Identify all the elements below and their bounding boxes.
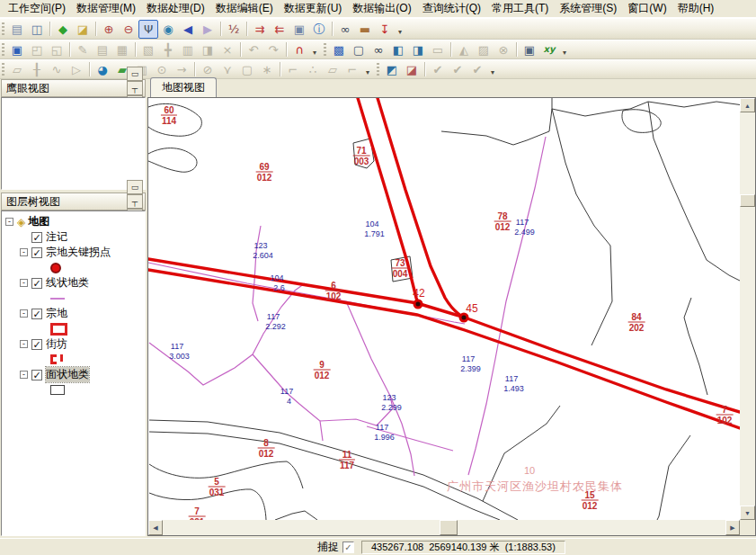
measure-button[interactable]: ▬ (355, 20, 375, 39)
expand-collapse-icon[interactable]: - (5, 218, 13, 226)
toolbar-overflow-button[interactable]: ▾ (559, 40, 570, 58)
toolbar-overflow-button[interactable]: ▾ (395, 20, 405, 38)
menu-data-edit[interactable]: 数据编辑(E) (210, 0, 279, 18)
image-display-button[interactable]: ◪ (73, 20, 93, 39)
layer-label-area-landuse[interactable]: 面状地类 (46, 367, 89, 382)
coordinate-xy-button[interactable]: xy (539, 40, 559, 59)
parcel-label: 7021 (189, 506, 206, 521)
dots-icon: ∴ (309, 64, 316, 76)
toolbar-grip[interactable] (2, 22, 4, 36)
toolbar-overflow-button[interactable]: ▾ (362, 60, 373, 78)
query-find-icon: ∞ (374, 44, 384, 56)
float-button[interactable]: ▭ (127, 67, 143, 81)
new-map-button[interactable]: ▤ (7, 20, 27, 39)
copy-window-button[interactable]: ▣ (289, 20, 309, 39)
menu-data-output[interactable]: 数据输出(O) (347, 0, 416, 18)
scroll-left-button[interactable]: ◀ (148, 520, 163, 535)
snap-magnet-button[interactable]: ∩ (289, 40, 309, 59)
info-button[interactable]: ⓘ (309, 20, 329, 39)
snap-checkbox[interactable]: ✓ (342, 542, 354, 553)
zoom-out-button[interactable]: ⊖ (119, 20, 138, 39)
menu-help[interactable]: 帮助(H) (672, 0, 720, 18)
update-forward-button[interactable]: ⇉ (250, 20, 270, 39)
expand-collapse-icon[interactable]: - (20, 340, 28, 348)
polyline-tool-icon: ∿ (52, 64, 62, 76)
tab-map-view[interactable]: 地图视图 (150, 77, 217, 98)
menu-data-manage[interactable]: 数据管理(M) (71, 0, 141, 18)
horizontal-scrollbar[interactable]: ◀ ▶ (148, 520, 740, 535)
layer-control-button[interactable]: ▩ (329, 40, 349, 59)
layer-tree-root-label[interactable]: 地图 (28, 214, 49, 229)
area-landuse-checkbox[interactable]: ✓ (31, 370, 42, 380)
back-view-button[interactable]: ◀ (178, 20, 198, 39)
toolbar-grip[interactable] (2, 63, 4, 76)
linear-landuse-checkbox[interactable]: ✓ (31, 278, 42, 289)
branch-button: ⋎ (218, 60, 237, 79)
menu-query-stats[interactable]: 查询统计(Q) (417, 0, 486, 18)
expand-collapse-icon[interactable]: - (20, 309, 28, 318)
scroll-down-button[interactable]: ▼ (740, 506, 755, 520)
layer-label-annotation[interactable]: 注记 (46, 229, 67, 245)
forward-view-button[interactable]: ▶ (198, 20, 218, 39)
zoom-select-left-button[interactable]: ◧ (388, 40, 408, 59)
block-checkbox[interactable]: ✓ (31, 339, 42, 350)
parcel-label: 78012 (494, 211, 511, 232)
annotation-checkbox[interactable]: ✓ (31, 232, 42, 243)
save-button[interactable]: ▣ (7, 40, 27, 59)
expand-collapse-icon[interactable]: - (20, 371, 28, 379)
vertical-scroll-thumb[interactable] (740, 194, 755, 207)
pan-button[interactable]: Ψ (138, 20, 158, 39)
pie-stat-button[interactable]: ◕ (93, 60, 112, 79)
layer-label-linear-landuse[interactable]: 线状地类 (46, 275, 89, 291)
scale-display-button[interactable]: ½ (224, 20, 244, 39)
export-map-button[interactable]: ◫ (27, 20, 47, 39)
toolbar-overflow-button[interactable]: ▾ (487, 60, 498, 78)
layer-label-parcel[interactable]: 宗地 (46, 306, 67, 321)
map-canvas[interactable]: 6011469012710037801273004610290128420280… (148, 98, 740, 520)
measure-label: 1232.299 (377, 393, 402, 413)
menu-common-tools[interactable]: 常用工具(T) (486, 0, 554, 18)
menu-data-update[interactable]: 数据更新(U) (279, 0, 348, 18)
pin-button[interactable]: ┬ (127, 194, 143, 209)
new-feature-icon: ▧ (143, 44, 154, 56)
menu-data-process[interactable]: 数据处理(D) (141, 0, 210, 18)
zoom-select-right-button[interactable]: ◨ (408, 40, 428, 59)
float-button[interactable]: ▭ (127, 180, 143, 194)
parcel-label: 5031 (209, 477, 226, 497)
map-tabstrip: 地图视图 (147, 79, 756, 97)
window-red-button[interactable]: ◪ (402, 60, 422, 79)
update-back-button[interactable]: ⇇ (270, 20, 289, 39)
horizontal-scroll-thumb[interactable] (440, 520, 458, 535)
zoom-window2-button[interactable]: ◩ (382, 60, 402, 79)
eagle-eye-view[interactable] (1, 97, 146, 190)
parcel-checkbox[interactable]: ✓ (31, 309, 42, 319)
add-data-button[interactable]: ◆ (53, 20, 73, 39)
flow-arrow-button: → (172, 60, 191, 79)
find-button[interactable]: ∞ (335, 20, 355, 39)
menu-system-manage[interactable]: 系统管理(S) (554, 0, 622, 18)
full-extent-button[interactable]: ◉ (158, 20, 178, 39)
toolbar-grip[interactable] (2, 43, 4, 57)
zoom-in-button[interactable]: ⊕ (99, 20, 119, 39)
toolbar-grip[interactable] (377, 63, 379, 76)
scroll-up-button[interactable]: ▲ (740, 98, 755, 112)
vertical-scrollbar[interactable]: ▲ ▼ (740, 98, 755, 520)
query-find-button[interactable]: ∞ (369, 40, 388, 59)
pin-button[interactable]: ┬ (127, 81, 143, 95)
symbol-row-parcel (5, 321, 145, 336)
mark-button[interactable]: ↧ (375, 20, 395, 39)
toolbar-separator (89, 62, 90, 76)
toolbar-grip[interactable] (324, 43, 326, 57)
layer-label-parcel-key-points[interactable]: 宗地关键拐点 (46, 245, 111, 260)
scroll-right-button[interactable]: ▶ (725, 520, 740, 535)
map-window-button[interactable]: ▣ (520, 40, 539, 59)
expand-collapse-icon[interactable]: - (20, 279, 28, 287)
menu-workspace[interactable]: 工作空间(P) (3, 0, 71, 18)
toolbar-separator (286, 42, 287, 57)
toolbar-overflow-button[interactable]: ▾ (309, 40, 320, 58)
layer-label-block[interactable]: 街坊 (46, 336, 67, 352)
parcel-key-points-checkbox[interactable]: ✓ (31, 247, 42, 258)
select-rect-button[interactable]: ▢ (349, 40, 369, 59)
expand-collapse-icon[interactable]: - (20, 248, 28, 256)
menu-window[interactable]: 窗口(W) (622, 0, 672, 18)
